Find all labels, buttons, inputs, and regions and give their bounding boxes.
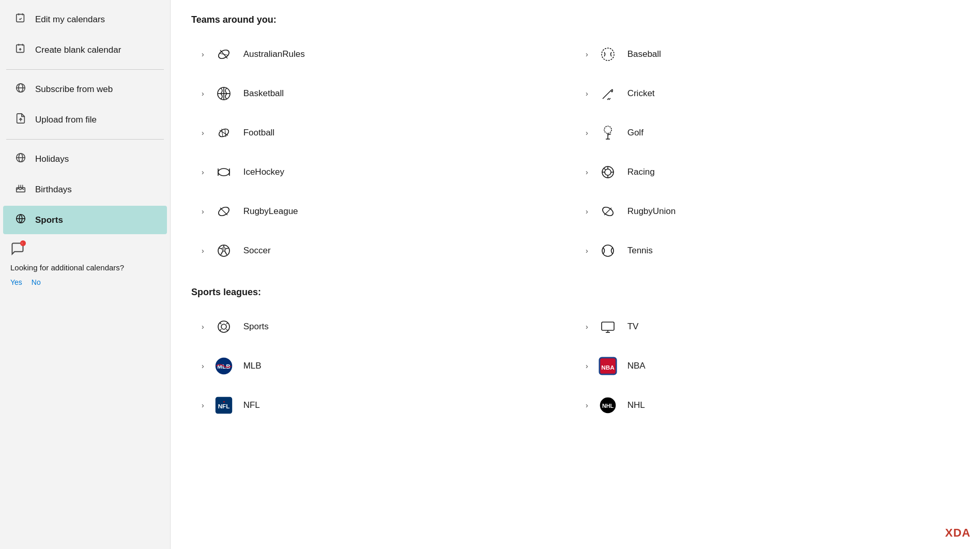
- sidebar-item-birthdays[interactable]: Birthdays: [3, 175, 167, 204]
- sport-label: TV: [627, 322, 639, 332]
- sport-label: NBA: [627, 361, 646, 371]
- soccer-icon: [212, 239, 235, 262]
- sport-item-racing[interactable]: › Racing: [575, 152, 959, 192]
- tv-icon: [596, 315, 619, 338]
- chevron-icon: ›: [586, 50, 588, 58]
- svg-point-44: [218, 169, 229, 176]
- sport-item-cricket[interactable]: › Cricket: [575, 74, 959, 113]
- sport-item-tennis[interactable]: › Tennis: [575, 231, 959, 270]
- sport-item-soccer[interactable]: › Soccer: [191, 231, 575, 270]
- sport-label: Soccer: [243, 246, 271, 256]
- chevron-icon: ›: [586, 207, 588, 216]
- baseball-icon: [596, 43, 619, 66]
- sidebar-item-edit-calendars[interactable]: Edit my calendars: [3, 5, 167, 34]
- league-item-mlb[interactable]: › MLB MLB: [191, 346, 575, 386]
- sidebar-item-label: Upload from file: [35, 115, 97, 125]
- cricket-icon: [596, 82, 619, 105]
- svg-point-67: [221, 324, 226, 329]
- svg-text:NBA: NBA: [601, 364, 615, 371]
- sport-label: NFL: [243, 400, 260, 410]
- svg-point-19: [18, 185, 19, 186]
- chevron-icon: ›: [202, 168, 204, 176]
- sport-item-basketball[interactable]: › Basketball: [191, 74, 575, 113]
- sidebar-item-create-blank[interactable]: Create blank calendar: [3, 36, 167, 64]
- sport-label: Cricket: [627, 88, 655, 99]
- nba-icon: NBA: [596, 355, 619, 377]
- svg-rect-0: [17, 14, 24, 22]
- divider: [6, 69, 164, 70]
- sport-item-icehockey[interactable]: › IceHockey: [191, 152, 575, 192]
- sport-label: RugbyUnion: [627, 206, 676, 217]
- svg-text:!: !: [22, 241, 23, 245]
- sidebar: Edit my calendars Create blank calendar …: [0, 0, 171, 549]
- sport-item-australian-rules[interactable]: › AustralianRules: [191, 35, 575, 74]
- sidebar-item-subscribe-web[interactable]: Subscribe from web: [3, 75, 167, 103]
- teams-grid: › AustralianRules › Baseb: [191, 35, 959, 270]
- sports-icon: [13, 213, 28, 227]
- main-content: Teams around you: › AustralianRules ›: [171, 0, 980, 549]
- sidebar-item-label: Edit my calendars: [35, 14, 105, 25]
- svg-text:NHL: NHL: [602, 403, 614, 409]
- svg-point-21: [22, 185, 23, 186]
- svg-line-28: [221, 51, 227, 57]
- nfl-icon: NFL ⬥: [212, 394, 235, 417]
- rugby-league-icon: [212, 200, 235, 223]
- feedback-no-button[interactable]: No: [32, 278, 41, 286]
- sidebar-item-label: Holidays: [35, 154, 69, 164]
- svg-point-40: [604, 126, 611, 133]
- plus-calendar-icon: [13, 43, 28, 57]
- divider2: [6, 139, 164, 140]
- australian-rules-icon: [212, 43, 235, 66]
- chevron-icon: ›: [586, 323, 588, 331]
- feedback-yes-button[interactable]: Yes: [10, 278, 22, 286]
- sport-item-rugby-union[interactable]: › RugbyUnion: [575, 192, 959, 231]
- league-item-sports[interactable]: › Sports: [191, 307, 575, 346]
- nhl-icon: NHL: [596, 394, 619, 417]
- feedback-text: Looking for additional calendars?: [10, 262, 160, 273]
- sport-item-baseball[interactable]: › Baseball: [575, 35, 959, 74]
- sidebar-item-sports[interactable]: Sports: [3, 206, 167, 234]
- league-item-nfl[interactable]: › NFL ⬥ NFL: [191, 386, 575, 425]
- mlb-icon: MLB: [212, 355, 235, 377]
- svg-point-29: [602, 48, 614, 60]
- league-item-nba[interactable]: › NBA NBA: [575, 346, 959, 386]
- league-item-nhl[interactable]: › NHL NHL: [575, 386, 959, 425]
- sport-item-football[interactable]: › Football: [191, 113, 575, 152]
- sport-item-rugby-league[interactable]: › RugbyLeague: [191, 192, 575, 231]
- sidebar-item-label: Birthdays: [35, 185, 72, 195]
- svg-text:⬥: ⬥: [222, 399, 225, 404]
- chevron-icon: ›: [586, 129, 588, 137]
- sport-item-golf[interactable]: › Golf: [575, 113, 959, 152]
- tennis-icon: [596, 239, 619, 262]
- chevron-icon: ›: [202, 89, 204, 98]
- feedback-icon: !: [10, 241, 25, 259]
- chevron-icon: ›: [586, 247, 588, 255]
- feedback-actions: Yes No: [10, 278, 160, 286]
- sport-label: NHL: [627, 400, 645, 410]
- sidebar-item-holidays[interactable]: Holidays: [3, 145, 167, 173]
- edit-icon: [13, 12, 28, 26]
- svg-line-37: [220, 130, 228, 135]
- sidebar-item-upload-file[interactable]: Upload from file: [3, 105, 167, 134]
- svg-line-61: [226, 248, 228, 249]
- chevron-icon: ›: [202, 401, 204, 409]
- sport-label: Sports: [243, 322, 269, 332]
- leagues-grid: › Sports ›: [191, 307, 959, 425]
- chevron-icon: ›: [202, 50, 204, 58]
- sidebar-item-label: Create blank calendar: [35, 45, 121, 55]
- svg-marker-59: [222, 247, 226, 251]
- league-item-tv[interactable]: › TV: [575, 307, 959, 346]
- leagues-section-title: Sports leagues:: [191, 287, 959, 298]
- feedback-section: ! Looking for additional calendars? Yes …: [0, 235, 170, 293]
- racing-icon: [596, 161, 619, 184]
- svg-point-48: [605, 169, 611, 175]
- sport-label: RugbyLeague: [243, 206, 298, 217]
- file-upload-icon: [13, 113, 28, 127]
- football-icon: [212, 121, 235, 144]
- chevron-icon: ›: [202, 247, 204, 255]
- chevron-icon: ›: [586, 168, 588, 176]
- chevron-icon: ›: [202, 129, 204, 137]
- sport-label: Racing: [627, 167, 655, 177]
- chevron-icon: ›: [586, 362, 588, 370]
- teams-section-title: Teams around you:: [191, 14, 959, 25]
